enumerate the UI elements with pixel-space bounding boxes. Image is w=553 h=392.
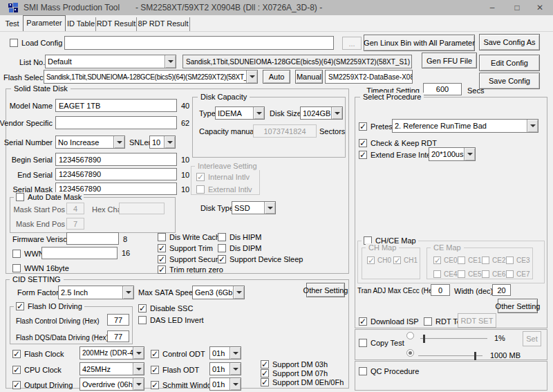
cid-other-setting-button[interactable]: Other Setting [306,283,345,297]
timeout-unit-label: Secs [467,86,484,95]
begin-serial-input[interactable]: 1234567890 [55,153,177,166]
extend-erase-interval-dropdown[interactable]: 20*100us [429,147,476,161]
vendor-specific-input[interactable] [55,116,177,129]
capacity-type-dropdown[interactable]: IDEMA [215,106,265,120]
copy-percent-radio[interactable] [406,332,414,339]
close-icon[interactable]: ✕ [530,0,550,15]
copy-size-radio[interactable] [406,349,414,357]
schmitt-window-checkbox[interactable]: Schmitt Window [151,380,217,389]
auto-date-mask-checkbox[interactable]: Auto Date Mask [14,192,84,201]
capacity-manually-label: Capacity manually [199,127,261,136]
app-title: SMI Mass Production Tool [24,3,120,12]
pretest-dropdown[interactable]: 2. Reference RunTime Bad [392,119,538,133]
cpu-clock-dropdown[interactable]: 425MHz [79,362,144,375]
disk-type-dropdown[interactable]: SSD [232,201,276,214]
output-driving-checkbox[interactable]: Output Driving [12,380,73,389]
copy-percent-slider[interactable] [420,338,487,339]
checkbox-label: CE5 [468,270,481,278]
checkbox-box [261,378,269,386]
snlen-dropdown[interactable]: 10 [149,136,176,149]
flash-io-driving-checkbox[interactable]: Flash IO Driving [14,301,84,310]
qc-procedure-checkbox[interactable]: QC Procedure [359,366,419,375]
manual-button[interactable]: Manual [295,70,323,84]
tab-id-table[interactable]: ID Table [66,17,96,31]
load-config-path-input[interactable] [64,36,334,50]
rdt-set-button[interactable]: RDT SET [458,313,496,328]
database-field[interactable]: SM2259XT2-DataBase-X0805 [325,70,413,84]
support-dm-03h-checkbox[interactable]: Support DM 03h [261,360,328,368]
wwn-input[interactable] [41,247,118,259]
control-odt-checkbox[interactable]: Control ODT [151,349,205,358]
schmitt-window-dropdown[interactable]: 01h [209,377,241,391]
end-serial-input[interactable]: 1234567890 [55,168,177,180]
disk-type-label: Disk Type [200,204,234,212]
flash-dqs-driving-input[interactable]: 77 [107,330,129,342]
checkbox-label: CPU Clock [24,366,62,374]
max-sata-speed-dropdown[interactable]: Gen3 (6Gb) [192,286,245,299]
download-isp-checkbox[interactable]: Download ISP [359,317,419,326]
checkbox-label: Output Driving [24,381,73,389]
edit-config-button[interactable]: Edit Config [479,55,540,71]
copy-percent-slider-handle[interactable] [423,335,425,343]
flash-clock-dropdown[interactable]: 200MHz (DDR-400) [79,346,144,360]
dis-write-cache-checkbox[interactable]: Dis Write Cache [158,232,224,241]
save-config-as-button[interactable]: Save Config As [479,34,540,50]
trim-return-zero-checkbox[interactable]: Trim return zero [158,265,223,274]
browse-button[interactable]: ... [342,37,362,50]
checkbox-box [367,256,375,264]
flash-control-driving-input[interactable]: 77 [107,314,129,326]
checkbox-box [506,256,514,264]
button-label: RDT SET [461,317,494,325]
support-dm-07h-checkbox[interactable]: Support DM 07h [261,368,328,377]
support-device-sleep-checkbox[interactable]: Support Device Sleep [218,254,303,263]
wwn-16byte-checkbox[interactable]: WWN 16byte [12,263,69,272]
tab-8p-rdt-result[interactable]: 8P RDT Result [137,17,190,31]
output-driving-dropdown[interactable]: Overdrive (06h) [79,377,144,391]
support-security-checkbox[interactable]: Support Security [158,254,225,263]
copy-size-slider[interactable] [418,355,482,357]
support-trim-checkbox[interactable]: Support Trim [158,243,213,252]
check-keep-rdt-checkbox[interactable]: Check & Keep RDT [359,138,437,147]
button-label: Set [526,335,538,343]
list-no-dropdown[interactable]: Default [45,55,176,68]
wwn-checkbox[interactable]: WWN [12,249,44,258]
copy-size-slider-handle[interactable] [474,352,476,360]
flash-odt-checkbox[interactable]: Flash ODT [151,365,199,374]
ce2-checkbox: CE2 [482,256,505,265]
minimize-icon[interactable]: – [482,0,502,15]
maximize-icon[interactable]: □ [507,0,527,15]
firmware-version-input[interactable] [66,232,119,245]
flash-odt-dropdown[interactable]: 01h [209,362,241,375]
control-odt-dropdown[interactable]: 01h [209,346,241,360]
auto-button[interactable]: Auto [263,70,290,84]
serial-number-dropdown[interactable]: No Increase [55,136,125,149]
checkbox-box [458,256,465,264]
gen-ffu-file-button[interactable]: Gen FFU File [422,53,477,68]
disable-ssc-checkbox[interactable]: Disable SSC [138,304,193,312]
disk-size-dropdown[interactable]: 1024GB [300,106,343,120]
tab-parameter[interactable]: Parameter [23,15,66,31]
das-led-invert-checkbox[interactable]: DAS LED Invert [138,315,204,324]
cpu-clock-checkbox[interactable]: CPU Clock [12,365,62,374]
support-dm-0eh-0fh-checkbox[interactable]: Support DM 0Eh/0Fh [261,377,344,386]
gen-linux-bin-button[interactable]: Gen Linux Bin with All Parameter [364,35,475,51]
copy-test-checkbox[interactable]: Copy Test [359,338,404,347]
timeout-input[interactable]: 600 [423,83,462,95]
pretest-checkbox[interactable]: Pretest [359,122,395,131]
checkbox-box [458,270,465,278]
width-dec-input[interactable]: 20 [492,284,511,296]
dis-dipm-checkbox[interactable]: Dis DIPM [218,243,261,252]
tran-adj-input[interactable]: 0 [431,284,450,296]
checkbox-label: DAS LED Invert [150,316,204,324]
form-factor-dropdown[interactable]: 2.5 Inch [58,286,134,299]
procedure-other-setting-button[interactable]: Other Setting [498,299,538,313]
tab-rdt-result[interactable]: RDT Result [96,17,137,31]
save-config-button[interactable]: Save Config [479,73,540,89]
flash-select-dropdown[interactable]: Sandisk,1Tbit,SDUNEIOMA-128GCE(bics5)(64… [44,70,258,84]
tab-test[interactable]: Test [1,17,23,31]
copy-percent-value: 1% [494,334,505,342]
set-button[interactable]: Set [523,331,541,346]
model-name-input[interactable]: EAGET 1TB [55,99,177,112]
dis-hipm-checkbox[interactable]: Dis HIPM [218,232,261,241]
flash-clock-checkbox[interactable]: Flash Clock [12,349,64,358]
